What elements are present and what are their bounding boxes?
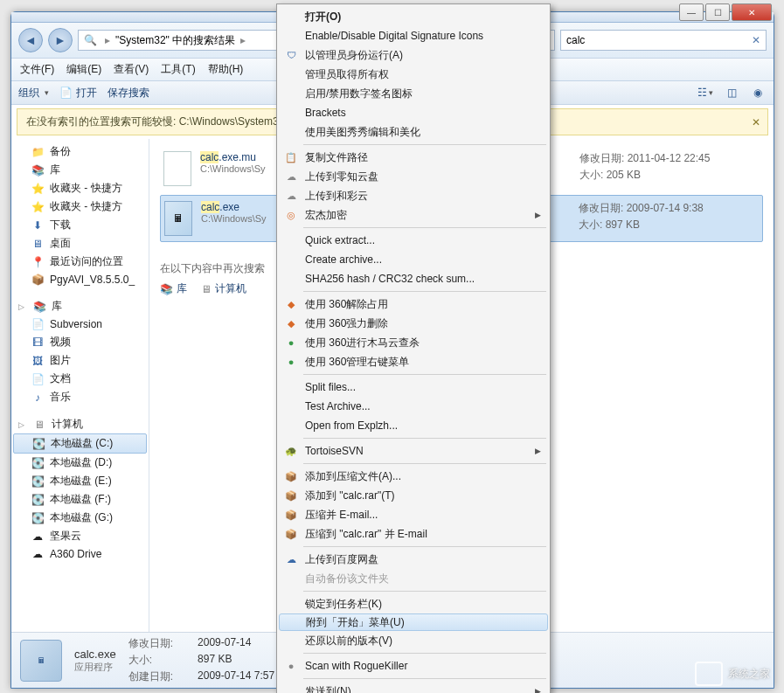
menu-tools[interactable]: 工具(T) (161, 62, 195, 77)
nav-item[interactable]: ☁A360 Drive (13, 545, 147, 563)
open-icon: 📄 (59, 87, 73, 99)
maximize-button[interactable]: ☐ (705, 3, 730, 21)
organize-button[interactable]: 组织 (18, 86, 49, 100)
menu-help[interactable]: 帮助(H) (208, 62, 244, 77)
nav-item-label: 下载 (50, 218, 71, 232)
nav-item[interactable]: ⬇下载 (13, 216, 147, 234)
menu-item-label: Brackets (305, 107, 346, 119)
calculator-app-icon: 🖩 (20, 640, 62, 682)
details-created-value: 2009-07-14 7:57 (198, 669, 274, 684)
nav-item[interactable]: 📄文档 (13, 370, 147, 388)
menu-item-icon: 🐢 (284, 444, 298, 458)
nav-item[interactable]: 💽本地磁盘 (D:) (13, 454, 147, 472)
nav-item[interactable]: 🖥桌面 (13, 234, 147, 253)
context-menu-item[interactable]: 启用/禁用数字签名图标 (279, 84, 548, 103)
minimize-button[interactable]: — (679, 3, 704, 21)
nav-item[interactable]: ⭐收藏夹 - 快捷方 (13, 179, 147, 198)
close-button[interactable]: ✕ (732, 3, 772, 21)
search-again-computer[interactable]: 🖥计算机 (201, 281, 246, 296)
close-warning-icon[interactable]: ✕ (752, 116, 760, 128)
context-menu-item[interactable]: 还原以前的版本(V) (279, 631, 548, 650)
menu-separator (303, 653, 546, 654)
context-menu-item[interactable]: 📦添加到 "calc.rar"(T) (279, 486, 548, 505)
nav-item-icon: 💽 (31, 493, 45, 507)
menu-file[interactable]: 文件(F) (20, 62, 54, 77)
nav-libraries-header[interactable]: ▷📚库 (13, 297, 147, 315)
context-menu-item[interactable]: 使用美图秀秀编辑和美化 (279, 122, 548, 142)
navigation-pane: 📁备份📚库⭐收藏夹 - 快捷方⭐收藏夹 - 快捷方⬇下载🖥桌面📍最近访问的位置📦… (11, 139, 149, 640)
nav-item-label: 桌面 (50, 236, 71, 251)
context-menu-item[interactable]: 📦添加到压缩文件(A)... (279, 467, 548, 486)
context-menu-item[interactable]: Split files... (279, 378, 548, 397)
context-menu-item[interactable]: ●使用 360管理右键菜单 (279, 352, 548, 371)
help-button[interactable]: ◉ (749, 85, 767, 100)
menu-view[interactable]: 查看(V) (114, 62, 149, 77)
context-menu-item[interactable]: 锁定到任务栏(K) (279, 594, 548, 613)
nav-item[interactable]: 💽本地磁盘 (G:) (13, 509, 147, 527)
nav-item[interactable]: ⭐收藏夹 - 快捷方 (13, 198, 147, 216)
context-menu-item[interactable]: Open from Explzh... (279, 416, 548, 435)
nav-item[interactable]: 📄Subversion (13, 315, 147, 333)
context-menu-item[interactable]: ◆使用 360解除占用 (279, 295, 548, 314)
context-menu-item[interactable]: Brackets (279, 103, 548, 122)
menu-item-label: SHA256 hash / CRC32 check sum... (305, 273, 475, 285)
nav-item-icon: 🎞 (31, 336, 45, 350)
nav-item[interactable]: 📁备份 (13, 142, 147, 161)
nav-item[interactable]: 🎞视频 (13, 333, 147, 351)
context-menu-item[interactable]: 打开(O) (279, 7, 548, 26)
context-menu-item[interactable]: ●使用 360进行木马云查杀 (279, 333, 548, 352)
view-mode-button[interactable]: ☷ (697, 85, 714, 100)
nav-item[interactable]: 📚库 (13, 161, 147, 179)
menu-edit[interactable]: 编辑(E) (66, 62, 101, 77)
context-menu-item[interactable]: ◎宏杰加密▶ (279, 205, 548, 225)
nav-item[interactable]: 💽本地磁盘 (C:) (13, 433, 147, 454)
nav-item[interactable]: 🖼图片 (13, 351, 147, 370)
nav-item[interactable]: ☁坚果云 (13, 527, 147, 545)
clear-search-icon[interactable]: ✕ (752, 34, 760, 46)
context-menu-item[interactable]: Test Archive... (279, 397, 548, 416)
context-menu-item[interactable]: ☁上传到零知云盘 (279, 167, 548, 186)
save-search-button[interactable]: 保存搜索 (108, 86, 149, 100)
menu-item-icon: ☁ (284, 170, 298, 184)
context-menu-item[interactable]: ☁上传到和彩云 (279, 186, 548, 205)
nav-item-icon: ♪ (31, 391, 45, 405)
context-menu-item[interactable]: ●Scan with RogueKiller (279, 656, 548, 676)
context-menu-item[interactable]: 📦压缩并 E-mail... (279, 505, 548, 524)
context-menu-item[interactable]: Enable/Disable Digital Signature Icons (279, 26, 548, 45)
menu-item-label: 管理员取得所有权 (305, 67, 389, 82)
context-menu-item[interactable]: 📦压缩到 "calc.rar" 并 E-mail (279, 524, 548, 544)
context-menu-item[interactable]: 🛡以管理员身份运行(A) (279, 45, 548, 65)
computer-icon: 🖥 (32, 418, 46, 432)
preview-pane-button[interactable]: ◫ (723, 85, 740, 100)
search-field[interactable]: calc ✕ (560, 30, 767, 51)
nav-item[interactable]: 💽本地磁盘 (F:) (13, 490, 147, 509)
context-menu-item[interactable]: ◆使用 360强力删除 (279, 314, 548, 333)
context-menu-item[interactable]: Quick extract... (279, 231, 548, 250)
context-menu-item[interactable]: Create archive... (279, 250, 548, 269)
context-menu-item[interactable]: ☁上传到百度网盘 (279, 550, 548, 569)
menu-separator (303, 591, 546, 592)
breadcrumb-separator: ▸ (240, 34, 246, 46)
details-modified-value: 2009-07-14 (198, 636, 274, 651)
details-size-value: 897 KB (198, 653, 274, 668)
nav-back-button[interactable]: ◄ (18, 28, 43, 52)
nav-computer-header[interactable]: ▷🖥计算机 (13, 415, 147, 433)
search-again-libraries[interactable]: 📚库 (160, 281, 187, 296)
open-button[interactable]: 📄打开 (59, 86, 97, 100)
search-value: calc (566, 34, 585, 46)
context-menu-item[interactable]: 管理员取得所有权 (279, 65, 548, 84)
context-menu-item[interactable]: 📋复制文件路径 (279, 148, 548, 167)
context-menu-item[interactable]: 🐢TortoiseSVN▶ (279, 441, 548, 461)
nav-item[interactable]: 📍最近访问的位置 (13, 253, 147, 271)
context-menu-item[interactable]: 发送到(N)▶ (279, 682, 548, 693)
nav-item[interactable]: 📦PgyAVI_V8.5.5.0_ (13, 271, 147, 288)
nav-item[interactable]: ♪音乐 (13, 388, 147, 406)
context-menu-item[interactable]: 附到「开始」菜单(U) (279, 613, 548, 631)
menu-item-icon: ◆ (284, 316, 298, 330)
result-size-value: 205 KB (607, 169, 641, 181)
nav-item-label: 收藏夹 - 快捷方 (50, 199, 122, 214)
nav-forward-button[interactable]: ► (48, 28, 73, 52)
nav-item[interactable]: 💽本地磁盘 (E:) (13, 472, 147, 490)
nav-item-icon: 📦 (31, 273, 45, 287)
context-menu-item[interactable]: SHA256 hash / CRC32 check sum... (279, 269, 548, 288)
